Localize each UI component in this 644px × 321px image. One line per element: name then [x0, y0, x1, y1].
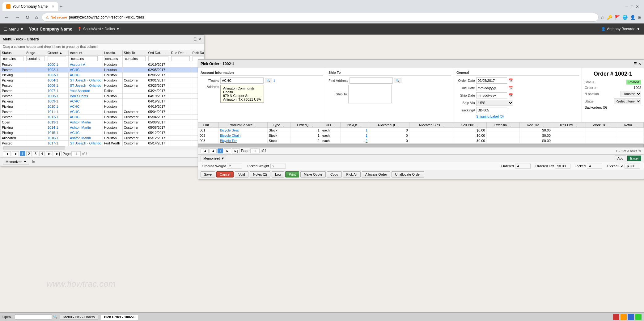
allocate-order-button[interactable]: Allocate Order	[362, 171, 390, 177]
detail-panel-menu-icon[interactable]: ☰	[633, 62, 637, 66]
table-row[interactable]: Picking 1004-1 ST Joseph - Orlando Houst…	[1, 78, 204, 83]
col-pick-date[interactable]: Pick Dat. ⋮	[191, 50, 204, 56]
table-row[interactable]: Posted 1002-1 ACHC Houston 02/05/2017	[1, 67, 204, 73]
filter-ord-date[interactable]	[148, 56, 168, 61]
page-3-btn[interactable]: 3	[33, 151, 38, 156]
filter-due-date[interactable]	[171, 56, 190, 61]
detail-memorized-btn[interactable]: Memorized ▼	[201, 156, 227, 161]
order-link[interactable]: 1003-1	[48, 73, 58, 77]
table-row[interactable]: Picking 1014-1 Ashton Martin Houston Cus…	[1, 125, 204, 130]
location-selector[interactable]: 📍 SouthWest • Dallas ▼	[77, 27, 120, 31]
browser-tab[interactable]: Your Company Name ✕	[2, 2, 58, 11]
cancel-button[interactable]: Cancel	[216, 171, 234, 177]
trucks-search-btn[interactable]: 🔍	[265, 78, 272, 83]
menu-button[interactable]: ☰ Menu ▼	[4, 27, 24, 31]
order-link[interactable]: 1004-1	[48, 78, 58, 82]
unallocate-order-button[interactable]: Unallocate Order	[392, 171, 424, 177]
page-input[interactable]	[71, 151, 81, 156]
table-row[interactable]: Posted 1007-1 Your Account Dallas 03/24/…	[1, 88, 204, 94]
location-select[interactable]: Houston	[621, 91, 641, 97]
account-link[interactable]: ST Joseph - Orlando	[70, 78, 101, 82]
log-button[interactable]: Log	[272, 171, 284, 177]
pick-orders-table-scroll[interactable]: Status ⋮ Stage ⋮ Order# ▲ ⋮ Account ⋮ Lo…	[0, 50, 204, 146]
table-row[interactable]: Picking 1003-1 ACHC Houston 02/05/2017	[1, 73, 204, 78]
account-link[interactable]: Bob's Pants	[70, 94, 88, 98]
last-page-btn[interactable]: ►|	[54, 151, 62, 156]
col-stage[interactable]: Stage ⋮	[25, 50, 46, 56]
taskbar-pick-order-detail[interactable]: Pick Order - 1002-1	[101, 314, 138, 320]
order-link[interactable]: 1013-1	[48, 120, 58, 124]
extension3-icon[interactable]: 🌐	[622, 15, 628, 20]
line-item-row[interactable]: 003 Bicycle Tire Stock 2 each 2 0 $0.00 …	[198, 138, 644, 144]
page-2-btn[interactable]: 2	[26, 151, 32, 156]
col-extension[interactable]: Extensio. ⋮	[486, 123, 520, 128]
table-row[interactable]: Posted 1011-1 ACHC Houston Customer 05/0…	[1, 109, 204, 115]
account-link[interactable]: Account A	[70, 63, 85, 66]
col-due-date[interactable]: Due Dat. ⋮	[170, 50, 191, 56]
find-address-input[interactable]	[350, 77, 393, 84]
account-link[interactable]: ACHC	[70, 68, 79, 72]
detail-panel-close-icon[interactable]: ✕	[638, 62, 641, 66]
save-button[interactable]: Save	[201, 171, 215, 177]
void-button[interactable]: Void	[235, 171, 248, 177]
table-row[interactable]: Posted 1006-1 ST Joseph - Orlando Housto…	[1, 83, 204, 88]
shipping-label-link[interactable]: Shipping Label (0)	[476, 115, 504, 118]
taskbar-pick-orders[interactable]: Menu - Pick - Orders	[60, 314, 98, 320]
col-type[interactable]: Type ⋮	[267, 123, 290, 128]
col-location[interactable]: Locatio. ⋮	[103, 50, 122, 56]
account-link[interactable]: ST Joseph - Orlando	[70, 141, 101, 145]
order-link[interactable]: 1017-1	[48, 141, 58, 145]
bookmark-icon[interactable]: ☆	[600, 15, 604, 20]
table-row[interactable]: Picking 1015-1 ACHC Houston Customer 05/…	[1, 130, 204, 135]
add-row-btn[interactable]: Add	[615, 156, 626, 161]
order-link[interactable]: 1002-1	[48, 68, 58, 72]
horizontal-scroll[interactable]	[0, 146, 204, 150]
li-last-btn[interactable]: ►|	[232, 148, 240, 153]
account-link[interactable]: Ashton Martin	[70, 136, 91, 140]
col-pickqt[interactable]: PickQt. ⋮	[340, 123, 369, 128]
next-page-btn[interactable]: ►	[46, 151, 53, 156]
tab-close-btn[interactable]: ✕	[52, 5, 54, 9]
col-product[interactable]: Product/Service ⋮	[218, 123, 267, 128]
table-row[interactable]: Posted 1008-1 Bob's Pants Houston 04/19/…	[1, 94, 204, 99]
filter-account[interactable]	[70, 56, 98, 61]
col-allocbins[interactable]: Allocated Bins ⋮	[409, 123, 454, 128]
notes-button[interactable]: Notes (2)	[250, 171, 270, 177]
filter-stage[interactable]	[26, 56, 45, 61]
table-row[interactable]: Picking 1009-1 ACHC Houston 04/19/2017	[1, 99, 204, 104]
pickqty-link[interactable]: 1	[366, 128, 367, 132]
col-trns-ord[interactable]: Trns Ord. ⋮	[552, 123, 586, 128]
due-date-input[interactable]	[476, 85, 507, 91]
page-1-btn[interactable]: 1	[20, 151, 25, 156]
color-dot-blue[interactable]	[628, 314, 634, 320]
order-link[interactable]: 1011-1	[48, 110, 58, 114]
table-row[interactable]: Posted 1000-1 Account A Houston 01/19/20…	[1, 62, 204, 67]
account-link[interactable]: ACHC	[70, 105, 79, 108]
ship-date-input[interactable]	[476, 92, 507, 98]
li-page-input[interactable]	[250, 148, 260, 153]
first-page-btn[interactable]: |◄	[3, 151, 11, 156]
account-link[interactable]: ACHC	[70, 110, 79, 114]
taskbar-search-input[interactable]	[15, 315, 52, 319]
col-account[interactable]: Account ⋮	[69, 50, 103, 56]
col-retur[interactable]: Retur. ⋮	[618, 123, 644, 128]
col-orderq[interactable]: OrderQ. ⋮	[290, 123, 321, 128]
product-link[interactable]: Bicycle Tire	[220, 139, 237, 143]
col-work-ord[interactable]: Work Or. ⋮	[586, 123, 618, 128]
order-link[interactable]: 1016-1	[48, 136, 58, 140]
prev-page-btn[interactable]: ◄	[12, 151, 19, 156]
col-ord-date[interactable]: Ord Dat. ⋮	[147, 50, 170, 56]
calendar-icon-ship[interactable]: 📅	[508, 93, 513, 98]
account-link[interactable]: ACHC	[70, 73, 79, 77]
order-link[interactable]: 1009-1	[48, 99, 58, 103]
filter-ship-to[interactable]	[124, 56, 146, 61]
ship-via-select[interactable]: UPS	[476, 100, 513, 106]
product-link[interactable]: Bicycle Chain	[220, 134, 241, 137]
filter-status[interactable]	[2, 56, 23, 61]
account-link[interactable]: Ashton Martin	[70, 120, 91, 124]
col-order[interactable]: Order# ▲ ⋮	[46, 50, 69, 56]
stage-select[interactable]: -Select Item-	[614, 98, 641, 104]
pick-all-button[interactable]: Pick All	[343, 171, 361, 177]
account-link[interactable]: ST Joseph - Orlando	[70, 84, 101, 87]
col-ship-to[interactable]: Ship To ⋮	[122, 50, 147, 56]
